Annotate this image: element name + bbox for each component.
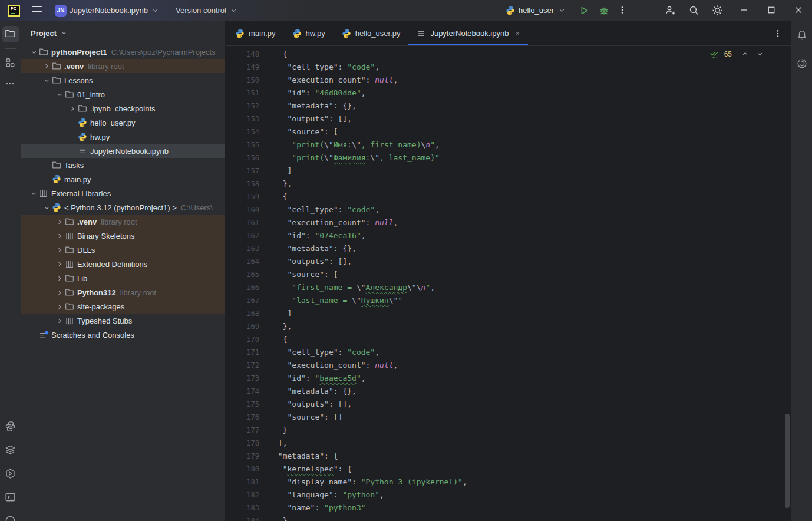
code-line-167[interactable]: 167 "last_name = \"Пушкин\"" [226, 294, 791, 307]
tab-close-icon[interactable]: × [515, 29, 520, 38]
tree-item-typeshed-stubs[interactable]: Typeshed Stubs [21, 314, 225, 328]
code-line-175[interactable]: 175 "outputs": [], [226, 398, 791, 411]
search-everywhere-icon[interactable] [688, 5, 700, 17]
code-line-168[interactable]: 168 ] [226, 307, 791, 320]
tree-item-tasks[interactable]: Tasks [21, 158, 225, 172]
tab-main.py[interactable]: main.py [227, 21, 284, 45]
chevron-down-icon[interactable] [41, 76, 52, 85]
settings-gear-icon[interactable] [712, 5, 724, 17]
chevron-down-icon[interactable] [41, 203, 52, 212]
tab-hello-user.py[interactable]: hello_user.py [334, 21, 409, 45]
chevron-right-icon[interactable] [67, 104, 78, 113]
chevron-right-icon[interactable] [54, 246, 65, 255]
clipped-tool-button[interactable] [2, 513, 19, 521]
tree-item-python312[interactable]: Python312library root [21, 285, 225, 299]
code-line-177[interactable]: 177 } [226, 424, 791, 437]
code-line-171[interactable]: 171 "cell_type": "code", [226, 346, 791, 359]
code-line-176[interactable]: 176 "source": [] [226, 411, 791, 424]
tree-item-site-packages[interactable]: site-packages [21, 299, 225, 314]
tree-item-external-libraries[interactable]: External Libraries [21, 186, 225, 200]
editor[interactable]: 148 {149 "cell_type": "code",150 "execut… [226, 46, 791, 521]
code-line-162[interactable]: 162 "id": "074eca16", [226, 229, 791, 242]
code-line-166[interactable]: 166 "first_name = \"Александр\"\n", [226, 281, 791, 294]
tree-item-lib[interactable]: Lib [21, 271, 225, 285]
code-with-me-icon[interactable] [665, 5, 676, 17]
tree-item-dlls[interactable]: DLLs [21, 243, 225, 257]
code-line-169[interactable]: 169 }, [226, 320, 791, 333]
code-line-180[interactable]: 180 "kernelspec": { [226, 463, 791, 476]
code-line-178[interactable]: 178 ], [226, 437, 791, 450]
code-line-182[interactable]: 182 "language": "python", [226, 489, 791, 502]
code-line-160[interactable]: 160 "cell_type": "code", [226, 203, 791, 216]
code-line-179[interactable]: 179 "metadata": { [226, 450, 791, 463]
code-line-181[interactable]: 181 "display_name": "Python 3 (ipykernel… [226, 476, 791, 489]
code-line-148[interactable]: 148 { [226, 48, 791, 61]
tree-item-jupyternotebook.ipynb[interactable]: JupyterNotebook.ipynb [21, 144, 225, 158]
chevron-right-icon[interactable] [54, 316, 65, 325]
code-line-152[interactable]: 152 "metadata": {}, [226, 100, 791, 113]
chevron-right-icon[interactable] [54, 232, 65, 240]
run-configuration-selector[interactable]: hello_user [502, 2, 570, 19]
services-button[interactable] [2, 442, 19, 459]
code-line-155[interactable]: 155 "print(\"Имя:\", first_name)\n", [226, 139, 791, 151]
run-button[interactable] [579, 5, 589, 16]
chevron-right-icon[interactable] [54, 217, 65, 226]
tree-item-01-intro[interactable]: 01_intro [21, 87, 225, 101]
tree-item-.venv[interactable]: .venvlibrary root [21, 215, 225, 229]
code-line-173[interactable]: 173 "id": "baaeca5d", [226, 372, 791, 385]
tree-item-extended-definitions[interactable]: Extended Definitions [21, 257, 225, 271]
inspections-widget[interactable]: 65 [709, 50, 765, 59]
code-line-157[interactable]: 157 ] [226, 164, 791, 177]
tree-item-scratches-and-consoles[interactable]: Scratches and Consoles [21, 328, 225, 342]
code-line-165[interactable]: 165 "source": [ [226, 268, 791, 281]
code-view[interactable]: 148 {149 "cell_type": "code",150 "execut… [226, 46, 791, 521]
chevron-down-icon[interactable] [28, 189, 39, 198]
python-console-button[interactable] [2, 418, 19, 435]
code-line-183[interactable]: 183 "name": "python3" [226, 502, 791, 515]
chevron-down-icon[interactable] [28, 48, 39, 57]
tree-item-lessons[interactable]: Lessons [21, 73, 225, 87]
code-line-161[interactable]: 161 "execution_count": null, [226, 216, 791, 229]
main-menu-button[interactable] [32, 6, 42, 15]
tree-item-hw.py[interactable]: hw.py [21, 130, 225, 144]
tree-item-main.py[interactable]: main.py [21, 172, 225, 186]
chevron-right-icon[interactable] [41, 62, 52, 71]
project-panel-header[interactable]: Project [21, 21, 225, 45]
project-switcher[interactable]: JN JupyterNotebook.ipynb [51, 2, 164, 19]
terminal-button[interactable] [2, 489, 19, 506]
code-line-154[interactable]: 154 "source": [ [226, 126, 791, 139]
run-anything-button[interactable] [2, 466, 19, 482]
minimize-icon[interactable] [739, 5, 751, 17]
code-line-156[interactable]: 156 "print(\"Фамилия:\", last_name)" [226, 151, 791, 164]
editor-scrollbar[interactable] [785, 414, 790, 508]
structure-tool-window-button[interactable] [2, 55, 19, 71]
tree-item-.ipynb-checkpoints[interactable]: .ipynb_checkpoints [21, 101, 225, 116]
tree-item--python-3.12-pythonproject1-[interactable]: < Python 3.12 (pythonProject1) >C:\Users… [21, 200, 225, 215]
code-line-164[interactable]: 164 "outputs": [], [226, 255, 791, 268]
code-line-184[interactable]: 184 } [226, 515, 791, 521]
notifications-bell-icon[interactable] [794, 27, 810, 44]
prev-problem-icon[interactable] [741, 50, 750, 59]
code-line-153[interactable]: 153 "outputs": [], [226, 113, 791, 126]
code-line-163[interactable]: 163 "metadata": {}, [226, 242, 791, 255]
tree-item-binary-skeletons[interactable]: Binary Skeletons [21, 229, 225, 243]
code-line-170[interactable]: 170 { [226, 333, 791, 346]
code-line-150[interactable]: 150 "execution_count": null, [226, 74, 791, 87]
code-line-149[interactable]: 149 "cell_type": "code", [226, 61, 791, 74]
chevron-down-icon[interactable] [54, 90, 65, 99]
chevron-right-icon[interactable] [54, 302, 65, 311]
maximize-icon[interactable] [766, 5, 778, 17]
tab-jupyternotebook.ipynb[interactable]: JupyterNotebook.ipynb× [408, 21, 528, 45]
more-actions-kebab-icon[interactable] [618, 5, 628, 16]
debug-button[interactable] [599, 5, 609, 16]
code-line-158[interactable]: 158 }, [226, 177, 791, 190]
chevron-right-icon[interactable] [54, 260, 65, 269]
code-line-174[interactable]: 174 "metadata": {}, [226, 385, 791, 398]
code-line-159[interactable]: 159 { [226, 190, 791, 203]
close-icon[interactable] [793, 5, 805, 17]
code-line-151[interactable]: 151 "id": "46d80dde", [226, 87, 791, 100]
tab-hw.py[interactable]: hw.py [284, 21, 334, 45]
next-problem-icon[interactable] [755, 50, 765, 59]
chevron-right-icon[interactable] [54, 274, 65, 283]
tab-options-kebab-icon[interactable] [765, 21, 791, 45]
